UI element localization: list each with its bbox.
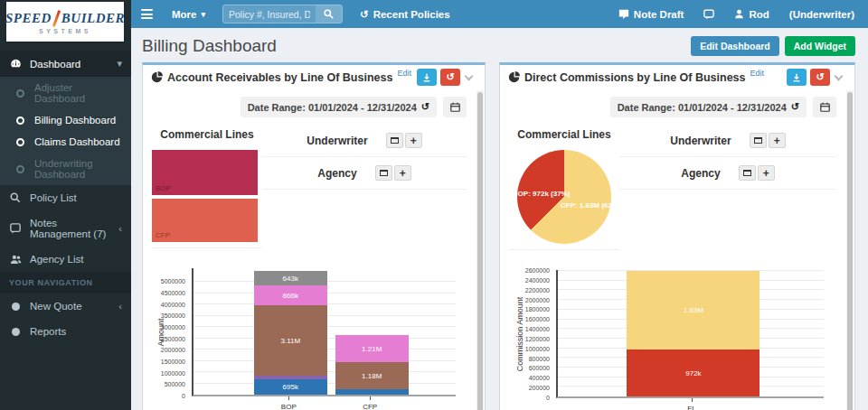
sidebar-toggle-button[interactable] bbox=[131, 0, 162, 28]
calendar-button[interactable] bbox=[443, 97, 467, 117]
scrollbar-thumb[interactable] bbox=[477, 92, 483, 410]
reset-date-icon[interactable]: ↺ bbox=[421, 101, 429, 113]
x-tick-mark bbox=[288, 396, 289, 400]
add-underwriter-button[interactable]: + bbox=[769, 133, 786, 148]
date-range-control[interactable]: Date Range: 01/01/2024 - 12/31/2024 ↺ bbox=[610, 97, 807, 117]
refresh-button[interactable]: ↺ bbox=[440, 69, 460, 86]
filter-row-underwriter: Underwriter + bbox=[619, 125, 836, 157]
calendar-button[interactable] bbox=[813, 97, 836, 117]
treemap-box-bop[interactable]: BOP bbox=[152, 150, 258, 195]
sidebar-item-underwriting-dashboard[interactable]: Underwriting Dashboard bbox=[0, 153, 131, 185]
sidebar-item-adjuster-dashboard[interactable]: Adjuster Dashboard bbox=[0, 77, 131, 109]
sidebar-item-label: Billing Dashboard bbox=[34, 115, 116, 126]
widget-body: Date Range: 01/01/2024 - 12/31/2024 ↺ Co… bbox=[143, 89, 485, 410]
chevron-left-icon: ‹ bbox=[118, 224, 122, 234]
select-underwriter-button[interactable] bbox=[386, 133, 403, 148]
policy-search bbox=[222, 5, 343, 23]
y-tick-label: 0 bbox=[152, 393, 185, 399]
more-menu[interactable]: More ▾ bbox=[162, 0, 215, 28]
scrollbar-thumb[interactable] bbox=[847, 92, 853, 410]
user-menu[interactable]: Rod bbox=[724, 0, 778, 28]
bar-segment-label: 643k bbox=[283, 275, 298, 283]
sidebar-item-new-quote[interactable]: New Quote ‹ bbox=[0, 294, 131, 319]
select-underwriter-button[interactable] bbox=[750, 133, 767, 148]
collapse-chevron-icon[interactable] bbox=[835, 71, 844, 80]
sidebar-item-billing-dashboard[interactable]: Billing Dashboard bbox=[0, 109, 131, 131]
edit-dashboard-button[interactable]: Edit Dashboard bbox=[691, 36, 779, 56]
y-tick-label: 1200000 bbox=[509, 336, 550, 342]
logo-pencil-icon bbox=[52, 10, 61, 27]
y-tick-label: 2500000 bbox=[152, 336, 185, 342]
bar-segment-label: 1.63M bbox=[684, 306, 703, 314]
date-range-control[interactable]: Date Range: 01/01/2024 - 12/31/2024 ↺ bbox=[241, 97, 437, 117]
pie-chart[interactable]: BOP: 972k (37%)CFP: 1.63M (62%) bbox=[509, 150, 619, 244]
note-draft-link[interactable]: Note Draft bbox=[609, 0, 694, 28]
sidebar: Dashboard ▾ Adjuster Dashboard Billing D… bbox=[0, 0, 131, 410]
bar-segment-segment-2[interactable] bbox=[254, 376, 327, 379]
filter-label: Underwriter bbox=[307, 135, 367, 147]
bar-segment-CFP[interactable]: 1.63M bbox=[627, 271, 760, 349]
widget-scrollbar[interactable] bbox=[476, 90, 484, 410]
user-name: Rod bbox=[749, 9, 769, 20]
y-tick-label: 4500000 bbox=[152, 290, 185, 296]
add-agency-button[interactable]: + bbox=[394, 165, 411, 181]
y-tick-label: 600000 bbox=[509, 365, 550, 371]
widget-title: Direct Commissions by Line Of Business bbox=[524, 71, 746, 84]
y-tick-label: 3500000 bbox=[152, 312, 185, 319]
widget-edit-link[interactable]: Edit bbox=[750, 69, 765, 78]
logo-word-builder: BUILDER bbox=[61, 11, 125, 26]
window-icon bbox=[391, 137, 399, 144]
sidebar-item-reports[interactable]: Reports bbox=[0, 319, 131, 344]
search-button[interactable] bbox=[316, 5, 342, 23]
reset-date-icon[interactable]: ↺ bbox=[791, 101, 799, 113]
window-icon bbox=[380, 170, 388, 176]
app-logo[interactable]: SPEED BUILDER SYSTEMS bbox=[6, 2, 124, 42]
plot-area: 972k1.63M bbox=[556, 270, 824, 398]
add-underwriter-button[interactable]: + bbox=[405, 133, 422, 148]
collapse-chevron-icon[interactable] bbox=[465, 71, 474, 80]
comment-button[interactable] bbox=[693, 0, 724, 28]
treemap-box-cfp[interactable]: CFP bbox=[152, 199, 258, 242]
window-icon bbox=[754, 137, 762, 144]
recent-policies-link[interactable]: ↺ Recent Policies bbox=[350, 0, 460, 28]
export-button[interactable] bbox=[787, 69, 807, 86]
bar-segment-segment-4[interactable]: 866k bbox=[254, 285, 327, 305]
bar-segment-segment-5[interactable]: 643k bbox=[254, 271, 327, 285]
circle-icon bbox=[14, 89, 26, 98]
calendar-icon bbox=[450, 102, 460, 112]
bar-segment-segment-1[interactable] bbox=[335, 389, 409, 395]
bar-segment-BOP[interactable]: 972k bbox=[627, 349, 760, 396]
sidebar-item-dashboard[interactable]: Dashboard ▾ bbox=[0, 51, 131, 77]
user-icon bbox=[734, 9, 744, 19]
bar-segment-label: 3.11M bbox=[280, 337, 300, 345]
bar-segment-segment-3[interactable]: 3.11M bbox=[254, 305, 327, 376]
y-tick-label: 400000 bbox=[509, 375, 550, 381]
bar-segment-segment-1[interactable]: 695k bbox=[254, 379, 327, 395]
bar-segment-segment-4[interactable]: 1.21M bbox=[335, 335, 409, 362]
sidebar-item-notes-management[interactable]: Notes Management (7) ‹ bbox=[0, 210, 131, 247]
select-agency-button[interactable] bbox=[375, 165, 392, 181]
refresh-button[interactable]: ↺ bbox=[810, 69, 830, 86]
window-icon bbox=[743, 170, 751, 176]
dashboard-gauge-icon bbox=[9, 58, 22, 70]
y-tick-label: 1000000 bbox=[152, 370, 185, 377]
widget-edit-link[interactable]: Edit bbox=[397, 69, 411, 78]
bar-segment-segment-3[interactable]: 1.18M bbox=[335, 362, 409, 389]
sidebar-item-agency-list[interactable]: Agency List bbox=[0, 247, 131, 272]
search-input[interactable] bbox=[223, 5, 316, 23]
export-button[interactable] bbox=[417, 69, 437, 86]
search-icon bbox=[324, 9, 334, 19]
pie-graphic[interactable]: BOP: 972k (37%)CFP: 1.63M (62%) bbox=[517, 150, 611, 244]
widget-scrollbar[interactable] bbox=[846, 90, 854, 410]
filter-row-agency: Agency + bbox=[262, 157, 467, 190]
sidebar-item-claims-dashboard[interactable]: Claims Dashboard bbox=[0, 131, 131, 153]
sidebar-item-policy-list[interactable]: Policy List bbox=[0, 185, 131, 210]
date-range-label: Date Range: 01/01/2024 - 12/31/2024 bbox=[248, 102, 417, 113]
sidebar-menu: Dashboard ▾ Adjuster Dashboard Billing D… bbox=[0, 51, 131, 344]
add-widget-button[interactable]: Add Widget bbox=[785, 36, 855, 56]
add-agency-button[interactable]: + bbox=[758, 165, 775, 181]
recent-policies-label: Recent Policies bbox=[373, 9, 450, 20]
y-tick-label: 800000 bbox=[509, 356, 550, 362]
chevron-left-icon: ‹ bbox=[118, 302, 122, 312]
select-agency-button[interactable] bbox=[739, 165, 756, 181]
